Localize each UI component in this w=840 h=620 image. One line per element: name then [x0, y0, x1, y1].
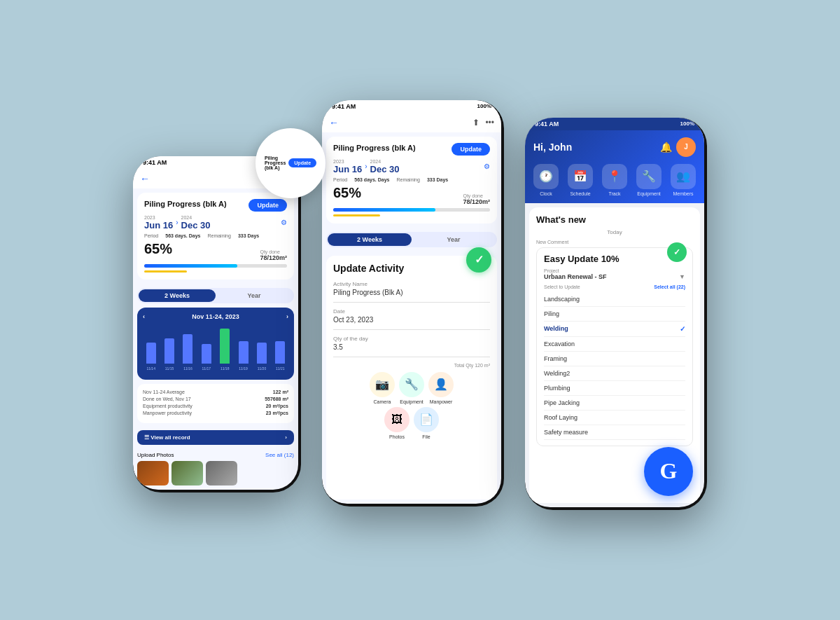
check-circle-3[interactable]: ✓: [667, 242, 687, 262]
date-to-1: Dec 30: [181, 220, 211, 230]
prev-icon[interactable]: ‹: [143, 313, 145, 320]
members-icon: 👥: [671, 164, 696, 189]
stats-section-1: Nov 11-24 Average 122 m² Done on Wed, No…: [137, 384, 294, 423]
activity-piling[interactable]: Piling: [544, 307, 685, 322]
activity-pipe-jacking[interactable]: Pipe Jacking: [544, 396, 685, 411]
equip-val: 20 m²/pcs: [266, 404, 288, 408]
phone-2: 9:41 AM 100% ← ⬆ ••• Piling Pro: [322, 100, 504, 507]
tab-2weeks-2[interactable]: 2 Weeks: [328, 233, 412, 246]
g-badge: G: [644, 447, 693, 496]
progress-card-2: Piling Progress (blk A) Update 2023 Jun …: [326, 137, 497, 223]
back-arrow-1[interactable]: ←: [140, 173, 150, 184]
status-bar-3: 9:41 AM 100%: [525, 118, 704, 130]
done-val: 557688 m²: [265, 397, 288, 401]
photo-3: [206, 461, 237, 485]
phone-1-wrapper: 9:41 AM ●●● 100% ← ⬆ •••: [133, 128, 301, 492]
easy-update-card: ✓ Easy Update 10% Project Urbaan Renewal…: [536, 247, 693, 446]
progress-title-2: Piling Progress (blk A): [333, 144, 416, 152]
attachments-grid-2: 🖼 Photos 📄 File: [333, 407, 490, 439]
new-comment-label: New Comment: [536, 240, 693, 244]
battery-2: 100%: [477, 103, 491, 109]
chart-bars: [143, 324, 288, 366]
progress-bar-2: [333, 208, 435, 212]
avg-label: Nov 11-24 Average: [143, 390, 185, 394]
activity-list: Landscaping Piling Welding ✓ Excavation: [544, 292, 685, 440]
progress-bar-1: [144, 264, 237, 268]
share-icon-2[interactable]: ⬆: [472, 118, 479, 128]
year-from-1: 2023: [144, 215, 173, 220]
quick-actions: 🕐 Clock 📅 Schedule 📍 Track 🔧: [533, 164, 696, 196]
activity-name-field: Activity Name Piling Progress (Blk A): [333, 281, 490, 303]
select-all-btn[interactable]: Select all (22): [654, 284, 685, 289]
photos-icon: 🖼: [384, 407, 410, 432]
next-icon[interactable]: ›: [286, 313, 288, 320]
qa-track[interactable]: 📍 Track: [602, 164, 627, 196]
time-3: 9:41 AM: [535, 120, 559, 128]
photos-section-1: Upload Photos See all (12): [133, 448, 298, 490]
attach-photos[interactable]: 🖼 Photos: [384, 407, 410, 439]
remaining-label-1: Remaining: [207, 233, 230, 238]
activity-landscaping[interactable]: Landscaping: [544, 292, 685, 307]
attach-equipment[interactable]: 🔧 Equipment: [399, 372, 424, 404]
done-label: Done on Wed, Nov 17: [143, 397, 191, 401]
scene: 9:41 AM ●●● 100% ← ⬆ •••: [0, 0, 840, 620]
today-badge: Today: [536, 229, 693, 235]
check-circle-2[interactable]: ✓: [466, 247, 491, 273]
period-label-1: Period: [144, 233, 158, 238]
project-val: Urbaan Renewal - SF: [544, 273, 607, 280]
attach-manpower[interactable]: 👤 Manpower: [428, 372, 454, 404]
date-field-2: Date Oct 23, 2023: [333, 308, 490, 330]
time-1: 9:41 AM: [143, 159, 167, 166]
select-to-update-row: Select to Update Select all (22): [544, 284, 685, 289]
attach-camera[interactable]: 📷 Camera: [370, 372, 395, 404]
update-btn-2[interactable]: Update: [451, 143, 490, 156]
project-field: Project Urbaan Renewal - SF ▼: [544, 268, 685, 280]
remaining-val-1: 333 Days: [238, 233, 259, 238]
see-all[interactable]: See all (12): [265, 452, 294, 458]
activity-welding2[interactable]: Welding2: [544, 366, 685, 381]
mag-update-btn[interactable]: Update: [288, 158, 316, 167]
qa-members[interactable]: 👥 Members: [671, 164, 696, 196]
photos-label: Upload Photos: [137, 452, 174, 458]
qty-field-2: Qty of the day 3.5: [333, 336, 490, 357]
activity-plumbing[interactable]: Plumbing: [544, 381, 685, 396]
chart-section-1: ‹ Nov 11-24, 2023 ›: [137, 308, 294, 380]
photo-2: [172, 461, 203, 485]
qa-schedule[interactable]: 📅 Schedule: [568, 164, 593, 196]
tab-year-2[interactable]: Year: [412, 233, 496, 246]
more-icon-2[interactable]: •••: [485, 118, 494, 128]
year-to-1: 2024: [181, 215, 211, 220]
avg-val: 122 m²: [273, 390, 288, 394]
view-all-btn-1[interactable]: ☰ View all record ›: [137, 430, 294, 445]
equipment-icon: 🔧: [399, 372, 424, 397]
activity-roof-laying[interactable]: Roof Laying: [544, 411, 685, 425]
qty-val-1: 78/120m²: [260, 254, 287, 261]
update-activity-section: ✓ Update Activity Activity Name Piling P…: [326, 256, 497, 500]
phone-3: 9:41 AM 100% Hi, John 🔔 J: [525, 118, 707, 510]
notif-icon[interactable]: 🔔: [660, 142, 672, 153]
activity-framing[interactable]: Framing: [544, 352, 685, 366]
track-icon: 📍: [602, 164, 627, 189]
clock-icon: 🕐: [533, 164, 559, 189]
tab-2weeks-1[interactable]: 2 Weeks: [139, 289, 216, 302]
status-bar-2: 9:41 AM 100%: [322, 100, 501, 113]
activity-excavation[interactable]: Excavation: [544, 337, 685, 352]
phone-1: 9:41 AM ●●● 100% ← ⬆ •••: [133, 156, 301, 492]
equipment-qa-icon: 🔧: [636, 164, 662, 189]
easy-update-title: Easy Update 10%: [544, 254, 685, 264]
activity-safety[interactable]: Safety measure: [544, 425, 685, 440]
qa-clock[interactable]: 🕐 Clock: [533, 164, 559, 196]
chart-date-range: Nov 11-24, 2023: [192, 313, 239, 320]
date-from-1: Jun 16: [144, 220, 173, 230]
file-icon: 📄: [414, 407, 439, 432]
qa-equipment[interactable]: 🔧 Equipment: [636, 164, 662, 196]
battery-3: 100%: [680, 120, 694, 127]
progress-title-1: Piling Progress (blk A): [144, 200, 227, 208]
attach-file[interactable]: 📄 File: [414, 407, 439, 439]
period-val-1: 563 days. Days: [165, 233, 200, 238]
total-qty: Total Qty 120 m²: [333, 363, 490, 368]
activity-welding[interactable]: Welding ✓: [544, 322, 685, 337]
back-arrow-2[interactable]: ←: [329, 117, 339, 128]
whats-new-title: What's new: [536, 214, 693, 225]
tab-year-1[interactable]: Year: [216, 289, 293, 302]
